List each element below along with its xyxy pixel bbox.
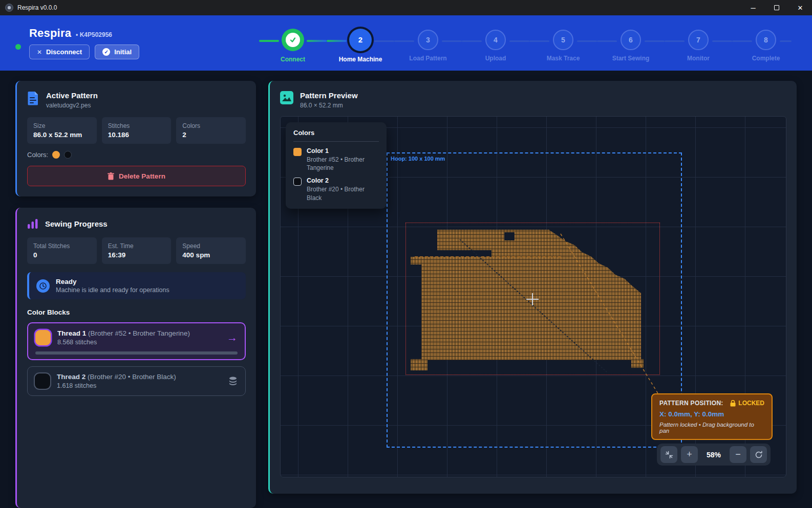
colors-legend: Colors Color 1 Brother #52 • Brother Tan… [286,122,387,209]
step-complete[interactable]: 8 Complete [732,24,800,63]
stat-value: 16:39 [108,251,165,259]
step-label: Complete [752,55,780,62]
step-label: Upload [485,55,506,62]
step-monitor[interactable]: 7 Monitor [665,24,732,63]
legend-item-color-1: Color 1 Brother #52 • Brother Tangerine [293,147,379,172]
machine-status-banner: Ready Machine is idle and ready for oper… [27,272,246,299]
pattern-dimensions: 86.0 × 52.2 mm [300,102,358,109]
legend-item-color-2: Color 2 Brother #20 • Brother Black [293,177,379,202]
status-title: Ready [56,278,169,285]
app-name: Respira [29,27,71,40]
lock-status-label: LOCKED [738,400,764,407]
step-number: 7 [688,30,709,50]
sewing-progress-title: Sewing Progress [45,219,108,228]
step-number: 5 [553,30,573,50]
bar-chart-icon [27,218,38,229]
maximize-button[interactable] [765,0,788,15]
thread-1-title: Thread 1 (Brother #52 • Brother Tangerin… [57,329,220,337]
window-title: Respira v0.0.0 [17,4,57,11]
step-mask-trace[interactable]: 5 Mask Trace [529,24,597,63]
connection-status-dot [15,44,21,50]
thread-detail: (Brother #52 • Brother Tangerine) [88,329,190,337]
step-label: Mask Trace [547,55,580,62]
step-load-pattern[interactable]: 3 Load Pattern [394,24,462,63]
position-coordinates: X: 0.0mm, Y: 0.0mm [659,410,764,418]
close-icon: ✕ [37,49,42,56]
step-number: 8 [756,30,776,50]
thread-2-item[interactable]: Thread 2 (Brother #20 • Brother Black) 1… [27,366,246,396]
trash-icon [108,172,114,180]
stat-value: 0 [33,251,91,259]
check-circle-icon: ✓ [102,48,110,56]
thread-2-title: Thread 2 (Brother #20 • Brother Black) [57,373,221,381]
lock-status: LOCKED [730,400,764,407]
legend-color-name: Color 1 [307,147,379,154]
colors-label: Colors: [27,151,48,159]
file-icon [27,91,39,105]
stat-total-stitches: Total Stitches 0 [27,237,97,264]
color-swatch-orange [52,151,60,159]
color-swatch-black [64,151,72,159]
left-column: Active Pattern valetudogv2.pes Size 86.0… [15,81,256,508]
step-number: 4 [485,30,506,50]
stat-label: Colors [182,122,240,129]
step-upload[interactable]: 4 Upload [462,24,529,63]
stat-value: 400 spm [182,251,240,259]
legend-divider [293,141,379,142]
brand-block: Respira • K4P502956 ✕ Disconnect ✓ Initi… [29,27,139,59]
titlebar: Respira v0.0.0 ─ ✕ [0,0,812,15]
status-description: Machine is idle and ready for operations [56,286,169,294]
maximize-icon [774,5,779,10]
disconnect-button[interactable]: ✕ Disconnect [29,45,90,59]
initial-label: Initial [114,48,132,56]
legend-swatch-black [293,178,302,186]
step-number: 3 [418,30,438,50]
step-label: Monitor [687,55,710,62]
stat-label: Est. Time [108,242,165,250]
stat-label: Speed [182,242,240,250]
zoom-level: 58% [701,451,726,459]
pattern-preview-card: Pattern Preview 86.0 × 52.2 mm Hoop: 100… [268,81,797,494]
step-connect[interactable]: Connect [259,24,327,63]
thread-1-swatch [35,330,51,345]
stat-speed: Speed 400 spm [176,237,246,264]
fit-view-icon [665,451,673,459]
preview-canvas[interactable]: Hoop: 100 x 100 mm [280,116,786,477]
thread-1-stitches: 8.568 stitches [57,339,220,346]
position-hint: Pattern locked • Drag background to pan [659,422,764,434]
step-home-machine[interactable]: 2 Home Machine [327,24,394,63]
thread-1-item[interactable]: Thread 1 (Brother #52 • Brother Tangerin… [27,322,246,360]
thread-2-swatch [35,373,50,389]
stat-est-time: Est. Time 16:39 [102,237,172,264]
stat-label: Size [33,122,91,129]
arrow-right-icon: → [227,332,238,344]
step-start-sewing[interactable]: 6 Start Sewing [597,24,665,63]
zoom-toolbar: + 58% − [657,444,771,466]
zoom-out-button[interactable]: − [730,446,746,463]
disconnect-label: Disconnect [46,48,82,56]
stat-stitches: Stitches 10.186 [102,117,172,144]
fit-view-button[interactable] [660,446,677,463]
zoom-in-button[interactable]: + [681,446,698,463]
workflow-stepper: Connect 2 Home Machine 3 Load Pattern 4 … [259,24,800,63]
app-icon [5,4,13,12]
minimize-button[interactable]: ─ [741,0,765,15]
stat-value: 10.186 [108,131,165,139]
machine-serial: • K4P502956 [76,31,112,38]
stat-size: Size 86.0 x 52.2 mm [27,117,97,144]
step-check-icon [282,29,304,51]
thread-detail: (Brother #20 • Brother Black) [88,373,176,381]
refresh-icon [755,451,763,459]
layers-stack-icon [228,376,238,386]
stat-colors: Colors 2 [176,117,246,144]
step-label: Load Pattern [409,55,446,62]
stat-label: Stitches [108,122,165,129]
delete-pattern-button[interactable]: Delete Pattern [27,166,246,186]
stat-value: 86.0 x 52.2 mm [33,131,91,139]
initial-button[interactable]: ✓ Initial [95,45,139,59]
legend-swatch-orange [293,148,302,156]
close-button[interactable]: ✕ [788,0,812,15]
step-label: Home Machine [339,56,382,63]
pattern-preview-title: Pattern Preview [300,91,358,100]
reset-view-button[interactable] [750,446,767,463]
